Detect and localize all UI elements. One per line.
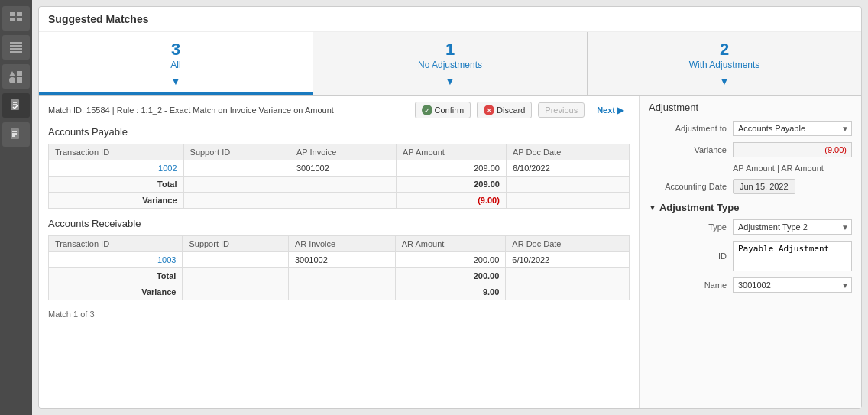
ar-variance-empty-2: [288, 284, 395, 300]
ap-variance-amount: (9.00): [396, 193, 506, 209]
confirm-button[interactable]: ✓ Confirm: [415, 102, 471, 118]
adj-type-header: ▼ Adjustment Type: [649, 202, 852, 213]
tab-with-adj-arrow: ▼: [594, 75, 855, 87]
adj-name-row: Name 3001002 ▼: [649, 277, 852, 293]
ar-variance-empty-1: [183, 284, 289, 300]
action-buttons: ✓ Confirm ✕ Discard Previous N: [415, 102, 630, 118]
adj-to-select[interactable]: Accounts Payable: [733, 121, 852, 136]
ap-col-amount: AP Amount: [396, 144, 506, 160]
svg-rect-5: [10, 45, 22, 47]
adj-id-textarea[interactable]: Payable Adjustment: [733, 241, 852, 271]
tab-with-adj-number: 2: [594, 40, 855, 60]
adj-type-select-wrapper: Adjustment Type 2 ▼: [733, 219, 852, 235]
adj-ap-ar-label: AP Amount | AR Amount: [733, 164, 824, 173]
adj-id-value: Payable Adjustment: [733, 241, 852, 271]
ap-variance-empty-1: [183, 193, 290, 209]
ar-col-transaction-id: Transaction ID: [49, 236, 183, 252]
adj-name-select-wrapper: 3001002 ▼: [733, 277, 852, 293]
match-footer: Match 1 of 3: [48, 310, 630, 319]
ap-variance-row: Variance (9.00): [49, 193, 630, 209]
ar-total-empty-1: [183, 268, 289, 284]
ap-invoice-1: 3001002: [290, 160, 396, 177]
ap-variance-label: Variance: [49, 193, 184, 209]
suggested-matches-panel: Suggested Matches 3 All ▼ 1 No Adjustmen…: [38, 6, 862, 409]
adj-date-display: Jun 15, 2022: [733, 179, 795, 194]
tab-with-adj-label: With Adjustments: [594, 60, 855, 70]
ar-col-doc-date: AR Doc Date: [506, 236, 630, 252]
sidebar-icon-grid[interactable]: [2, 6, 30, 31]
sidebar-icon-doc-check[interactable]: [2, 93, 30, 118]
ap-data-row-1: 1002 3001002 209.00 6/10/2022: [49, 160, 630, 177]
ap-section-title: Accounts Payable: [48, 126, 630, 138]
ap-support-id-1: [183, 160, 290, 177]
svg-rect-2: [10, 18, 15, 21]
panel-title: Suggested Matches: [48, 13, 148, 25]
ap-total-empty-2: [290, 177, 396, 193]
adj-type-value: Adjustment Type 2 ▼: [733, 219, 852, 235]
ar-variance-label: Variance: [49, 284, 183, 300]
svg-rect-7: [10, 51, 22, 53]
left-panel: Match ID: 15584 | Rule : 1:1_2 - Exact M…: [39, 96, 640, 408]
right-panel: Adjustment Adjustment to Accounts Payabl…: [640, 96, 861, 408]
ar-table-header-row: Transaction ID Support ID AR Invoice AR …: [49, 236, 630, 252]
next-arrow-icon: ▶: [617, 105, 623, 115]
tabs-row: 3 All ▼ 1 No Adjustments ▼ 2 With Adjust…: [39, 32, 861, 96]
adj-variance-input[interactable]: [733, 142, 852, 157]
tab-with-adj[interactable]: 2 With Adjustments ▼: [588, 32, 861, 95]
adj-variance-label: Variance: [649, 145, 733, 154]
collapse-icon[interactable]: ▼: [649, 203, 656, 212]
adj-type-select[interactable]: Adjustment Type 2: [733, 219, 852, 235]
ap-total-label: Total: [49, 177, 184, 193]
tab-all[interactable]: 3 All ▼: [39, 32, 313, 95]
svg-rect-9: [17, 71, 22, 76]
tab-all-label: All: [45, 60, 306, 70]
svg-rect-11: [17, 77, 22, 83]
ar-total-label: Total: [49, 268, 183, 284]
ap-total-amount: 209.00: [396, 177, 506, 193]
next-button[interactable]: Next ▶: [591, 103, 630, 118]
content-area: Suggested Matches 3 All ▼ 1 No Adjustmen…: [32, 0, 868, 415]
svg-rect-1: [17, 12, 22, 16]
adj-type-label: Type: [649, 222, 733, 232]
tab-no-adj-label: No Adjustments: [319, 60, 581, 70]
adj-to-row: Adjustment to Accounts Payable ▼: [649, 121, 852, 136]
ar-col-amount: AR Amount: [395, 236, 506, 252]
ar-table: Transaction ID Support ID AR Invoice AR …: [48, 235, 630, 300]
discard-button[interactable]: ✕ Discard: [477, 102, 532, 118]
match-rule: Match ID: 15584 | Rule : 1:1_2 - Exact M…: [48, 105, 334, 115]
tab-all-number: 3: [45, 40, 306, 60]
ap-col-support-id: Support ID: [183, 144, 290, 160]
ar-total-empty-2: [288, 268, 395, 284]
tab-no-adj-arrow: ▼: [319, 75, 581, 87]
ap-amount-1: 209.00: [396, 160, 506, 177]
ap-total-row: Total 209.00: [49, 177, 630, 193]
sidebar-icon-shapes[interactable]: [2, 64, 30, 89]
adj-type-row: Type Adjustment Type 2 ▼: [649, 219, 852, 235]
adj-date-row: Accounting Date Jun 15, 2022: [649, 179, 852, 194]
adj-type-title: Adjustment Type: [659, 202, 740, 213]
ar-section-title: Accounts Receivable: [48, 218, 630, 229]
adj-variance-value: [733, 142, 852, 157]
svg-rect-0: [10, 12, 15, 16]
discard-icon: ✕: [484, 105, 494, 115]
svg-point-10: [9, 77, 15, 83]
svg-rect-6: [10, 48, 22, 50]
ar-data-row-1: 1003 3001002 200.00 6/10/2022: [49, 252, 630, 268]
svg-rect-4: [10, 42, 22, 44]
adj-to-value: Accounts Payable ▼: [733, 121, 852, 136]
adj-date-label: Accounting Date: [649, 182, 733, 191]
ap-transaction-id-1[interactable]: 1002: [49, 160, 184, 177]
adj-date-value: Jun 15, 2022: [733, 179, 852, 194]
ap-col-transaction-id: Transaction ID: [49, 144, 184, 160]
sidebar-icon-doc-list[interactable]: [2, 122, 30, 147]
ap-total-empty-3: [506, 177, 629, 193]
previous-button[interactable]: Previous: [538, 102, 585, 118]
adj-variance-row: Variance: [649, 142, 852, 157]
sidebar-icon-list[interactable]: [2, 35, 30, 60]
adj-to-select-wrapper: Accounts Payable ▼: [733, 121, 852, 136]
adj-id-row: ID Payable Adjustment: [649, 241, 852, 271]
left-sidebar: [0, 0, 32, 415]
ar-transaction-id-1[interactable]: 1003: [49, 252, 183, 268]
adj-name-select[interactable]: 3001002: [733, 277, 852, 293]
tab-no-adj[interactable]: 1 No Adjustments ▼: [313, 32, 588, 95]
